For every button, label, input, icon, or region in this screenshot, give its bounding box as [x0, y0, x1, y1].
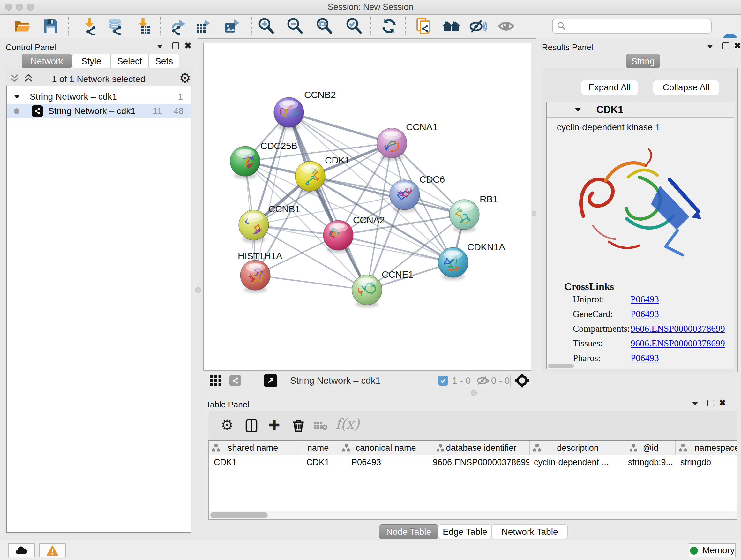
save-session-icon[interactable]	[41, 16, 61, 37]
control-panel-close-icon[interactable]: ✖	[185, 43, 192, 49]
tab-string-results[interactable]: String	[626, 54, 660, 68]
column-header-label: @id	[643, 443, 658, 453]
results-panel-collapse-icon[interactable]	[707, 45, 713, 49]
tab-network-table[interactable]: Network Table	[492, 524, 568, 539]
title-bar: Session: New Session	[0, 0, 741, 15]
table-row[interactable]: CDK1CDK1P064939606.ENSP00000378699cyclin…	[209, 455, 737, 469]
left-splitter-handle[interactable]	[195, 287, 201, 293]
delete-column-trash-icon[interactable]	[291, 418, 306, 434]
crosslink-row: GeneCard:P06493	[547, 309, 734, 323]
column-header-namespace[interactable]: namespace	[675, 441, 737, 455]
cloud-button[interactable]	[8, 543, 35, 557]
birds-eye-view-icon[interactable]	[515, 371, 529, 390]
memory-button[interactable]: Memory	[689, 543, 736, 557]
crosslink-link[interactable]: 9606.ENSP00000378699	[630, 338, 725, 349]
protein-entry-header[interactable]: CDK1	[547, 102, 734, 118]
network-node-HIST1H1A[interactable]: HIST1H1A	[238, 251, 282, 293]
column-header-shared-name[interactable]: shared name	[209, 441, 297, 455]
hide-selected-eye-slash-icon[interactable]	[468, 16, 488, 37]
toolbar-separator	[370, 17, 371, 35]
results-panel-float-icon[interactable]	[723, 43, 729, 49]
bottom-splitter-handle[interactable]	[471, 390, 477, 396]
control-panel-collapse-icon[interactable]	[157, 45, 163, 49]
detach-view-icon[interactable]	[264, 371, 277, 390]
add-column-icon[interactable]: ✚	[268, 417, 280, 433]
network-node-CCNA1[interactable]: CCNA1	[377, 122, 437, 161]
import-network-database-icon[interactable]	[105, 16, 125, 37]
control-panel-float-icon[interactable]	[172, 43, 179, 49]
network-node-CDKN1A[interactable]: CDKN1A	[438, 242, 505, 280]
network-collection-row[interactable]: String Network – cdk1 1	[7, 89, 191, 104]
crosslink-link[interactable]: P06493	[630, 353, 659, 363]
table-cell[interactable]: P06493	[339, 455, 433, 469]
tab-style[interactable]: Style	[72, 54, 111, 68]
network-canvas[interactable]: CCNB2CCNA1CDC25BCDK1CDC6RB1CCNB1CCNA2CDK…	[203, 43, 531, 370]
network-edge-CCNB2-CCNA1[interactable]	[289, 112, 392, 143]
refresh-icon[interactable]	[379, 16, 399, 37]
table-header-row: shared namenamecanonical namedatabase id…	[209, 441, 737, 455]
table-cell[interactable]: CDK1	[209, 455, 297, 469]
zoom-out-icon[interactable]	[285, 16, 305, 37]
search-input[interactable]	[569, 21, 711, 32]
network-node-CDC6[interactable]: CDC6	[390, 174, 445, 212]
crosslink-link[interactable]: P06493	[630, 294, 659, 305]
table-cell[interactable]: CDK1	[297, 455, 339, 469]
column-header-canonical-name[interactable]: canonical name	[339, 441, 433, 455]
table-cell[interactable]: stringdb:9...	[626, 455, 675, 469]
tab-network[interactable]: Network	[22, 54, 72, 68]
warnings-button[interactable]	[39, 543, 66, 557]
crosslink-link[interactable]: P06493	[630, 309, 659, 319]
network-node-RB1[interactable]: RB1	[449, 194, 498, 232]
tab-select[interactable]: Select	[111, 54, 149, 68]
network-edge-HIST1H1A-CCNE1[interactable]	[255, 275, 367, 290]
column-header-database-identifier[interactable]: database identifier	[433, 441, 529, 455]
network-node-CDC25B[interactable]: CDC25B	[230, 140, 297, 179]
selected-checkbox-icon[interactable]	[438, 371, 448, 390]
entry-expander-icon[interactable]	[575, 108, 581, 112]
collection-expander-icon[interactable]	[14, 95, 20, 99]
table-panel-float-icon[interactable]	[708, 400, 714, 407]
crosslink-link[interactable]: 9606.ENSP00000378699	[630, 323, 725, 334]
zoom-selected-icon[interactable]	[344, 16, 364, 37]
table-cell[interactable]: cyclin-dependent ...	[529, 455, 626, 469]
tab-node-table[interactable]: Node Table	[379, 524, 438, 539]
network-graph[interactable]: CCNB2CCNA1CDC25BCDK1CDC6RB1CCNB1CCNA2CDK…	[204, 43, 531, 370]
new-network-from-selection-icon[interactable]	[414, 16, 434, 37]
export-network-icon[interactable]	[169, 16, 189, 37]
table-cell[interactable]: 9606.ENSP00000378699	[433, 455, 529, 469]
card-hscroll-thumb[interactable]	[548, 364, 574, 368]
show-graphics-details-eye-icon[interactable]	[496, 16, 516, 37]
table-cell[interactable]: stringdb	[675, 455, 737, 469]
results-panel-close-icon[interactable]: ✖	[734, 43, 741, 49]
first-neighbors-icon[interactable]	[441, 16, 461, 37]
table-toolbar: ⚙ ✚ f(x)	[208, 411, 737, 440]
zoom-in-icon[interactable]	[256, 16, 276, 37]
collection-label: String Network – cdk1	[30, 91, 117, 102]
show-columns-icon[interactable]	[244, 418, 259, 434]
column-header--id[interactable]: @id	[626, 441, 675, 455]
collapse-all-button[interactable]: Collapse All	[653, 80, 719, 95]
function-builder-icon: f(x)	[335, 416, 359, 432]
import-network-file-icon[interactable]	[80, 16, 99, 37]
column-header-description[interactable]: description	[529, 441, 626, 455]
zoom-fit-icon[interactable]	[314, 16, 334, 37]
string-view-icon[interactable]	[229, 371, 241, 390]
export-table-icon[interactable]	[193, 16, 213, 37]
table-hscroll-thumb[interactable]	[210, 512, 268, 518]
tab-sets[interactable]: Sets	[149, 54, 179, 68]
network-node-CCNB1[interactable]: CCNB1	[239, 204, 300, 243]
table-options-gear-icon[interactable]: ⚙	[220, 416, 233, 434]
expand-all-button[interactable]: Expand All	[581, 80, 638, 95]
network-row-selected[interactable]: String Network – cdk1 11 48	[7, 104, 191, 118]
column-header-name[interactable]: name	[297, 441, 339, 455]
export-image-icon[interactable]	[222, 16, 242, 37]
table-panel-close-icon[interactable]: ✖	[719, 400, 726, 406]
crosslink-row: Pharos:P06493	[547, 353, 734, 368]
network-node-CCNE1[interactable]: CCNE1	[352, 269, 413, 307]
table-panel-collapse-icon[interactable]	[692, 402, 698, 406]
import-table-file-icon[interactable]	[133, 16, 153, 37]
open-session-icon[interactable]	[12, 16, 32, 37]
network-options-gear-icon[interactable]: ⚙	[179, 70, 191, 86]
tab-edge-table[interactable]: Edge Table	[438, 524, 492, 539]
grid-view-icon[interactable]	[210, 371, 222, 390]
